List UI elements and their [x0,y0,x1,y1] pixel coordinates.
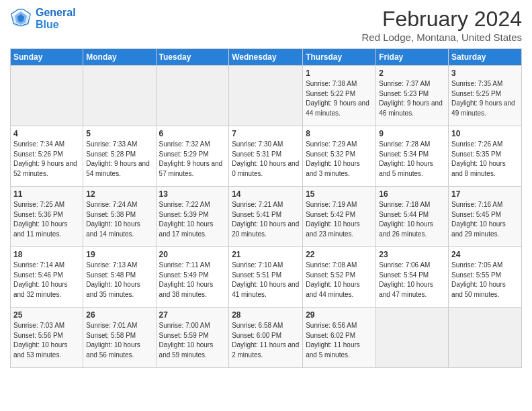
day-number: 4 [13,129,80,138]
calendar-cell: 18Sunrise: 7:14 AMSunset: 5:46 PMDayligh… [11,247,83,308]
calendar-cell: 7Sunrise: 7:30 AMSunset: 5:31 PMDaylight… [229,126,303,187]
calendar-cell [156,66,229,126]
day-number: 14 [232,189,300,199]
logo-general: General [36,7,76,18]
calendar-cell: 6Sunrise: 7:32 AMSunset: 5:29 PMDaylight… [156,126,229,187]
weekday-header: Tuesday [156,49,229,66]
day-info: Sunrise: 7:30 AMSunset: 5:31 PMDaylight:… [232,140,300,179]
calendar-cell: 23Sunrise: 7:06 AMSunset: 5:54 PMDayligh… [376,247,449,308]
calendar-cell: 11Sunrise: 7:25 AMSunset: 5:36 PMDayligh… [11,187,83,247]
calendar-cell: 4Sunrise: 7:34 AMSunset: 5:26 PMDaylight… [11,126,83,187]
day-info: Sunrise: 7:35 AMSunset: 5:25 PMDaylight:… [451,79,519,118]
day-info: Sunrise: 7:29 AMSunset: 5:32 PMDaylight:… [306,140,373,179]
logo-icon [10,8,32,30]
day-number: 6 [159,129,226,138]
day-info: Sunrise: 6:56 AMSunset: 6:02 PMDaylight:… [306,321,373,360]
logo: General Blue [10,7,76,30]
calendar-cell: 29Sunrise: 6:56 AMSunset: 6:02 PMDayligh… [303,308,376,368]
calendar-cell [229,66,303,126]
day-number: 11 [13,189,80,199]
logo-blue: Blue [36,19,76,31]
day-number: 27 [159,310,226,320]
day-info: Sunrise: 7:05 AMSunset: 5:55 PMDaylight:… [451,261,519,300]
day-info: Sunrise: 7:03 AMSunset: 5:56 PMDaylight:… [13,321,80,360]
day-number: 23 [379,250,445,259]
day-number: 8 [306,129,373,138]
calendar-cell: 21Sunrise: 7:10 AMSunset: 5:51 PMDayligh… [229,247,303,308]
weekday-header: Monday [83,49,156,66]
calendar-cell: 28Sunrise: 6:58 AMSunset: 6:00 PMDayligh… [229,308,303,368]
day-info: Sunrise: 7:08 AMSunset: 5:52 PMDaylight:… [306,261,373,300]
day-number: 19 [86,250,152,259]
day-info: Sunrise: 7:11 AMSunset: 5:49 PMDaylight:… [159,261,226,300]
calendar-cell: 5Sunrise: 7:33 AMSunset: 5:28 PMDaylight… [83,126,156,187]
calendar-week-row: 4Sunrise: 7:34 AMSunset: 5:26 PMDaylight… [11,126,522,187]
calendar-cell: 9Sunrise: 7:28 AMSunset: 5:34 PMDaylight… [376,126,449,187]
calendar-cell: 22Sunrise: 7:08 AMSunset: 5:52 PMDayligh… [303,247,376,308]
day-number: 5 [86,129,152,138]
calendar-cell: 10Sunrise: 7:26 AMSunset: 5:35 PMDayligh… [449,126,522,187]
day-info: Sunrise: 7:18 AMSunset: 5:44 PMDaylight:… [379,200,445,239]
day-number: 12 [86,189,152,199]
day-info: Sunrise: 7:22 AMSunset: 5:39 PMDaylight:… [159,200,226,239]
calendar-table: SundayMondayTuesdayWednesdayThursdayFrid… [10,48,522,368]
calendar-cell: 17Sunrise: 7:16 AMSunset: 5:45 PMDayligh… [449,187,522,247]
day-number: 29 [306,310,373,320]
day-info: Sunrise: 7:38 AMSunset: 5:22 PMDaylight:… [306,79,373,118]
calendar-cell [11,66,83,126]
weekday-header: Saturday [449,49,522,66]
day-number: 9 [379,129,445,138]
day-number: 21 [232,250,300,259]
day-info: Sunrise: 7:34 AMSunset: 5:26 PMDaylight:… [13,140,80,179]
calendar-cell: 15Sunrise: 7:19 AMSunset: 5:42 PMDayligh… [303,187,376,247]
weekday-header: Thursday [303,49,376,66]
month-title: February 2024 [362,7,523,32]
day-number: 18 [13,250,80,259]
logo-text: General Blue [36,7,76,30]
day-info: Sunrise: 7:01 AMSunset: 5:58 PMDaylight:… [86,321,152,360]
calendar-week-row: 25Sunrise: 7:03 AMSunset: 5:56 PMDayligh… [11,308,522,368]
day-info: Sunrise: 7:19 AMSunset: 5:42 PMDaylight:… [306,200,373,239]
calendar-cell: 25Sunrise: 7:03 AMSunset: 5:56 PMDayligh… [11,308,83,368]
day-info: Sunrise: 7:16 AMSunset: 5:45 PMDaylight:… [451,200,519,239]
calendar-cell: 19Sunrise: 7:13 AMSunset: 5:48 PMDayligh… [83,247,156,308]
day-info: Sunrise: 7:25 AMSunset: 5:36 PMDaylight:… [13,200,80,239]
day-info: Sunrise: 7:28 AMSunset: 5:34 PMDaylight:… [379,140,445,179]
title-block: February 2024 Red Lodge, Montana, United… [362,7,523,43]
day-info: Sunrise: 7:21 AMSunset: 5:41 PMDaylight:… [232,200,300,239]
day-number: 28 [232,310,300,320]
day-number: 25 [13,310,80,320]
calendar-cell: 26Sunrise: 7:01 AMSunset: 5:58 PMDayligh… [83,308,156,368]
weekday-header: Sunday [11,49,83,66]
calendar-cell: 1Sunrise: 7:38 AMSunset: 5:22 PMDaylight… [303,66,376,126]
calendar-cell: 27Sunrise: 7:00 AMSunset: 5:59 PMDayligh… [156,308,229,368]
day-info: Sunrise: 6:58 AMSunset: 6:00 PMDaylight:… [232,321,300,360]
day-info: Sunrise: 7:10 AMSunset: 5:51 PMDaylight:… [232,261,300,300]
weekday-header: Wednesday [229,49,303,66]
calendar-cell [376,308,449,368]
day-info: Sunrise: 7:26 AMSunset: 5:35 PMDaylight:… [451,140,519,179]
calendar-week-row: 11Sunrise: 7:25 AMSunset: 5:36 PMDayligh… [11,187,522,247]
day-info: Sunrise: 7:14 AMSunset: 5:46 PMDaylight:… [13,261,80,300]
day-number: 13 [159,189,226,199]
day-number: 7 [232,129,300,138]
day-number: 24 [451,250,519,259]
calendar-cell: 12Sunrise: 7:24 AMSunset: 5:38 PMDayligh… [83,187,156,247]
page-header: General Blue February 2024 Red Lodge, Mo… [10,7,522,43]
calendar-cell [449,308,522,368]
day-number: 3 [451,68,519,78]
day-number: 10 [451,129,519,138]
calendar-cell: 24Sunrise: 7:05 AMSunset: 5:55 PMDayligh… [449,247,522,308]
location-title: Red Lodge, Montana, United States [362,32,523,43]
day-info: Sunrise: 7:24 AMSunset: 5:38 PMDaylight:… [86,200,152,239]
day-number: 20 [159,250,226,259]
calendar-cell [83,66,156,126]
day-number: 2 [379,68,445,78]
day-info: Sunrise: 7:00 AMSunset: 5:59 PMDaylight:… [159,321,226,360]
day-info: Sunrise: 7:06 AMSunset: 5:54 PMDaylight:… [379,261,445,300]
day-info: Sunrise: 7:32 AMSunset: 5:29 PMDaylight:… [159,140,226,179]
day-number: 17 [451,189,519,199]
calendar-header-row: SundayMondayTuesdayWednesdayThursdayFrid… [11,49,522,66]
day-info: Sunrise: 7:37 AMSunset: 5:23 PMDaylight:… [379,79,445,118]
day-info: Sunrise: 7:33 AMSunset: 5:28 PMDaylight:… [86,140,152,179]
